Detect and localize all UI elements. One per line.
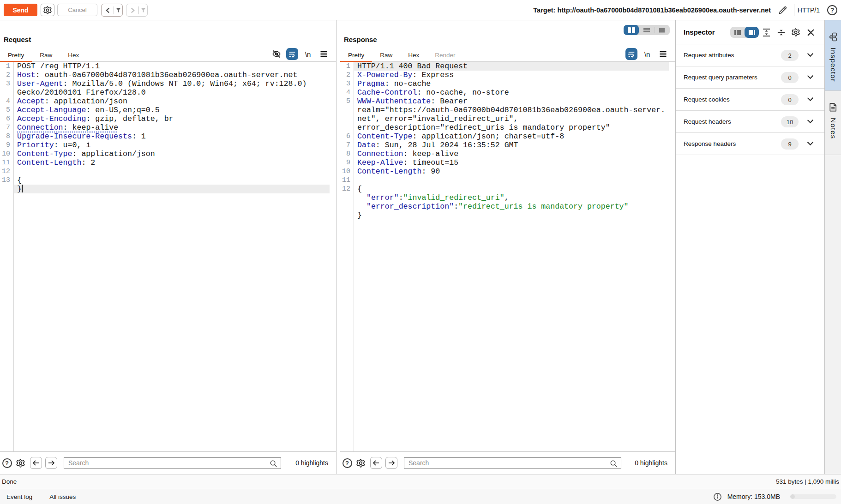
close-icon <box>807 29 815 36</box>
search-icon <box>609 459 618 468</box>
inspector-section-request-query-parameters[interactable]: Request query parameters0 <box>676 66 824 89</box>
search-help-button[interactable]: ? <box>1 457 12 468</box>
line-number: 9 <box>0 141 10 150</box>
code-text: "error":"invalid_redirect_uri", <box>357 193 509 202</box>
inspector-close-button[interactable] <box>803 27 818 38</box>
notes-icon <box>828 102 838 112</box>
search-next-button[interactable] <box>385 457 397 469</box>
help-icon: ? <box>2 458 12 468</box>
status-text: Done <box>2 478 17 485</box>
request-search-input[interactable] <box>64 458 281 468</box>
show-nonprintable-toggle[interactable]: \n <box>300 48 316 60</box>
code-text: Priority: u=0, i <box>17 141 90 150</box>
inspector-section-request-headers[interactable]: Request headers10 <box>676 111 824 133</box>
code-line: realm="https://oauth-0a67000b04d8701081b… <box>340 106 675 114</box>
dock-left-button[interactable] <box>730 27 745 38</box>
send-button[interactable]: Send <box>4 4 37 16</box>
search-prev-button[interactable] <box>370 457 382 469</box>
arrow-right-icon <box>48 460 55 466</box>
inspector-settings-button[interactable] <box>788 27 803 38</box>
line-number: 1 <box>0 62 10 71</box>
layout-columns-button[interactable] <box>624 25 639 35</box>
code-line: 4Accept: application/json <box>0 97 336 106</box>
show-nonprintable-toggle[interactable]: \n <box>639 48 655 60</box>
code-text: Host: oauth-0a67000b04d8701081b36eab0269… <box>17 71 297 79</box>
line-number: 13 <box>0 176 10 185</box>
layout-single-button[interactable] <box>655 25 670 35</box>
inspector-section-request-attributes[interactable]: Request attributes2 <box>676 44 824 66</box>
memory-progress-fill <box>790 494 795 499</box>
search-help-button[interactable]: ? <box>342 457 353 468</box>
expand-all-button[interactable] <box>759 27 774 38</box>
code-text: Content-Type: application/json; charset=… <box>357 132 564 141</box>
line-number: 3 <box>0 79 10 88</box>
tab-raw[interactable]: Raw <box>32 48 60 62</box>
code-text: X-Powered-By: Express <box>357 71 454 79</box>
tab-render[interactable]: Render <box>427 48 463 62</box>
request-editor[interactable]: 1POST /reg HTTP/1.12Host: oauth-0a67000b… <box>0 62 336 451</box>
inspector-header: Inspector <box>676 20 824 44</box>
http-version-selector[interactable]: HTTP/1 <box>798 0 820 20</box>
collapse-all-button[interactable] <box>774 27 788 38</box>
inspector-section-response-headers[interactable]: Response headers9 <box>676 133 824 155</box>
expand-all-icon <box>762 28 771 37</box>
chevron-down-icon <box>807 53 814 57</box>
word-wrap-toggle[interactable] <box>624 48 639 60</box>
request-panel: Request PrettyRawHex <box>0 20 336 474</box>
word-wrap-toggle[interactable] <box>284 48 300 60</box>
code-line: 3Pragma: no-cache <box>340 79 675 88</box>
search-prev-button[interactable] <box>30 457 42 469</box>
dropdown-caret-icon <box>141 7 146 13</box>
line-number: 6 <box>0 114 10 123</box>
tab-hex[interactable]: Hex <box>400 48 427 62</box>
response-editor[interactable]: 1HTTP/1.1 400 Bad Request2X-Powered-By: … <box>340 62 675 451</box>
layout-rows-button[interactable] <box>639 25 654 35</box>
search-settings-button[interactable] <box>355 457 366 468</box>
pencil-icon <box>778 5 788 15</box>
all-issues-button[interactable]: All issues <box>49 493 76 500</box>
tab-pretty[interactable]: Pretty <box>0 48 32 62</box>
send-settings-button[interactable] <box>41 4 54 16</box>
help-icon: ? <box>342 458 352 468</box>
response-menu-button[interactable] <box>655 48 671 60</box>
search-next-button[interactable] <box>45 457 57 469</box>
side-tab-inspector[interactable]: Inspector <box>825 20 841 91</box>
side-tab-label: Notes <box>829 118 837 139</box>
side-tab-label: Inspector <box>829 48 837 82</box>
inspector-header-icons <box>730 27 818 38</box>
side-tab-notes[interactable]: Notes <box>825 91 841 155</box>
back-history-dropdown[interactable] <box>114 4 122 16</box>
code-line: "error":"invalid_redirect_uri", <box>340 193 675 202</box>
line-number: 10 <box>0 150 10 158</box>
cancel-button[interactable]: Cancel <box>57 4 97 16</box>
line-number: 7 <box>0 123 10 132</box>
inspector-section-request-cookies[interactable]: Request cookies0 <box>676 89 824 111</box>
tab-pretty[interactable]: Pretty <box>340 48 372 62</box>
tab-hex[interactable]: Hex <box>60 48 87 62</box>
inspector-panel: Inspector <box>676 20 824 474</box>
layout-rows-icon <box>643 27 650 33</box>
code-text: Content-Type: application/json <box>17 150 155 158</box>
back-history-button[interactable] <box>101 4 123 17</box>
toolbar: Send Cancel Target: http:/ <box>0 0 841 20</box>
word-wrap-icon <box>625 48 637 60</box>
code-text: { <box>17 176 22 185</box>
code-line: 10Content-Type: application/json <box>0 150 336 158</box>
inspector-title: Inspector <box>684 28 715 36</box>
response-title: Response <box>344 36 377 43</box>
hide-data-button[interactable] <box>269 48 284 60</box>
edit-target-button[interactable] <box>777 5 788 16</box>
response-search-input[interactable] <box>404 458 621 468</box>
forward-history-button[interactable] <box>126 4 148 17</box>
section-label: Response headers <box>684 140 736 147</box>
search-settings-button[interactable] <box>15 457 26 468</box>
request-menu-button[interactable] <box>316 48 331 60</box>
help-button[interactable]: ? <box>827 5 838 16</box>
tab-raw[interactable]: Raw <box>372 48 400 62</box>
forward-history-dropdown[interactable] <box>139 4 147 16</box>
line-number: 2 <box>0 71 10 79</box>
code-text: Pragma: no-cache <box>357 79 431 88</box>
gear-icon <box>791 28 800 37</box>
dock-right-button[interactable] <box>745 27 759 38</box>
event-log-button[interactable]: Event log <box>6 493 32 500</box>
